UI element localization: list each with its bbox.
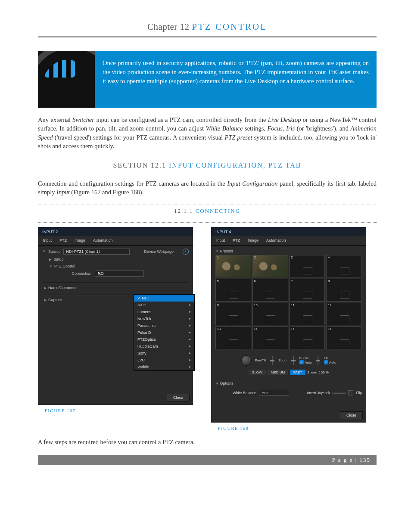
speed-fast-button[interactable]: FAST <box>290 370 305 375</box>
preset-slot[interactable]: 10 <box>252 303 288 325</box>
subsection-title: 12.1.1 CONNECTING <box>38 207 377 215</box>
figure-caption: FIGURE 168 <box>218 426 377 431</box>
intro-callout: Once primarily used in security applicat… <box>95 51 377 108</box>
speed-label: Speed <box>307 370 317 374</box>
dropdown-item-panasonic[interactable]: Panasonic▸ <box>134 322 194 329</box>
preset-slot[interactable]: 3 <box>290 255 325 277</box>
flip-checkbox[interactable] <box>348 390 353 395</box>
dropdown-item-ndi[interactable]: ✓ NDI <box>134 295 194 302</box>
preset-grid: 1 2 3 4 5 6 7 8 9 10 11 12 13 14 <box>215 255 362 349</box>
tab-automation[interactable]: Automation <box>93 238 113 243</box>
body-paragraph: A few steps are required before you can … <box>38 438 377 446</box>
iris-label: Iris <box>324 356 336 360</box>
focus-label: Focus <box>299 356 312 360</box>
tree-ptz-control[interactable]: ▼PTZ Control <box>42 263 189 270</box>
chapter-prefix: Chapter 12 <box>147 22 190 32</box>
body-paragraph: Connection and configuration settings fo… <box>38 179 377 197</box>
info-icon[interactable]: i <box>183 249 189 255</box>
zoom-label: Zoom <box>278 358 287 362</box>
tab-input[interactable]: Input <box>216 238 225 243</box>
preset-slot[interactable]: 14 <box>252 327 288 349</box>
tree-name-comment[interactable]: ▶Name/Comment <box>42 283 189 291</box>
white-balance-dropdown[interactable]: Auto <box>259 390 289 396</box>
white-balance-label: White Balance <box>233 391 256 395</box>
preset-slot[interactable]: 15 <box>290 327 325 349</box>
dropdown-item-sony[interactable]: Sony▸ <box>134 350 194 357</box>
flip-label: Flip <box>356 391 362 395</box>
chapter-thumbnail <box>38 51 95 108</box>
disclosure-icon[interactable]: ▼ <box>42 249 46 253</box>
connection-label: Connection <box>42 271 95 276</box>
tree-setup[interactable]: ▶Setup <box>42 256 189 263</box>
source-dropdown[interactable]: NDI-PTZ1 (Chan 1) <box>63 249 130 255</box>
presets-section[interactable]: ▼ Presets <box>215 247 362 255</box>
dropdown-item-axis[interactable]: AXIS▸ <box>134 302 194 308</box>
preset-slot[interactable]: 2 <box>252 255 288 277</box>
preset-slot[interactable]: 5 <box>215 279 251 301</box>
preset-slot[interactable]: 9 <box>215 303 251 325</box>
body-paragraph: Any external Switcher input can be confi… <box>38 115 377 150</box>
panel-tabs: Input PTZ Image Automation <box>211 236 366 245</box>
divider <box>38 172 377 172</box>
preset-slot[interactable]: 13 <box>215 327 251 349</box>
panel-tabs: Input PTZ Image Automation <box>38 236 193 245</box>
dropdown-item-newtek[interactable]: NewTek▸ <box>134 315 194 322</box>
dropdown-item-pelco-d[interactable]: Pelco D▸ <box>134 329 194 336</box>
tab-ptz[interactable]: PTZ <box>59 238 67 243</box>
connection-dropdown-menu: ✓ NDI AXIS▸ Lumens▸ NewTek▸ Panasonic▸ P… <box>134 294 195 371</box>
dropdown-item-jvc[interactable]: JVC▸ <box>134 357 194 364</box>
panel-title: INPUT 4 <box>211 227 366 236</box>
chapter-name: PTZ CONTROL <box>192 22 267 32</box>
preset-slot[interactable]: 6 <box>252 279 288 301</box>
speed-value: 100 % <box>319 370 329 374</box>
device-webpage-link[interactable]: Device Webpage <box>144 249 174 254</box>
dropdown-item-huddlecam[interactable]: HuddleCam▸ <box>134 343 194 350</box>
page-footer: P a g e | 135 <box>38 455 377 465</box>
iris-auto-checkbox[interactable]: ✓ <box>324 360 328 364</box>
section-title: SECTION 12.1 INPUT CONFIGURATION, PTZ TA… <box>38 162 377 169</box>
preset-slot[interactable]: 4 <box>326 255 362 277</box>
options-section[interactable]: ▼ Options <box>215 379 362 388</box>
preset-slot[interactable]: 8 <box>326 279 362 301</box>
dropdown-item-ptzoptics[interactable]: PTZOptics▸ <box>134 336 194 343</box>
preset-slot[interactable]: 12 <box>326 303 362 325</box>
focus-auto-checkbox[interactable]: ✓ <box>299 360 304 364</box>
tab-ptz[interactable]: PTZ <box>233 238 240 243</box>
figure-168-panel: INPUT 4 Input PTZ Image Automation ▼ Pre… <box>211 227 366 423</box>
divider <box>38 37 377 38</box>
section-name: INPUT CONFIGURATION, PTZ TAB <box>169 162 301 169</box>
pantilt-joystick[interactable] <box>241 355 252 366</box>
close-button[interactable]: Close <box>340 411 363 419</box>
tab-image[interactable]: Image <box>75 238 85 243</box>
connection-dropdown[interactable]: NDI <box>95 271 144 277</box>
divider-dotted <box>38 222 377 223</box>
section-prefix: SECTION 12.1 <box>113 162 166 169</box>
zoom-slider[interactable] <box>270 356 275 365</box>
preset-slot[interactable]: 7 <box>290 279 325 301</box>
dropdown-item-vaddio[interactable]: Vaddio▸ <box>134 364 194 370</box>
preset-slot[interactable]: 11 <box>290 303 325 325</box>
source-label: Source <box>48 249 61 254</box>
tab-image[interactable]: Image <box>248 238 258 243</box>
close-button[interactable]: Close <box>167 394 190 401</box>
invert-joystick-dropdown[interactable] <box>333 392 346 394</box>
figure-167-panel: INPUT 2 Input PTZ Image Automation ▼ Sou… <box>38 227 193 405</box>
pantilt-label: Pan/Tilt <box>255 358 267 362</box>
divider-dotted <box>38 205 377 205</box>
invert-joystick-label: Invert Joystick <box>307 391 330 395</box>
dropdown-item-lumens[interactable]: Lumens▸ <box>134 308 194 315</box>
tab-automation[interactable]: Automation <box>266 238 286 243</box>
preset-slot[interactable]: 16 <box>326 327 362 349</box>
panel-title: INPUT 2 <box>38 227 193 236</box>
divider <box>38 36 377 37</box>
figure-caption: FIGURE 167 <box>45 408 203 413</box>
chapter-title: Chapter 12 PTZ CONTROL <box>38 22 377 32</box>
cursor-icon: ↖ <box>97 271 101 276</box>
speed-medium-button[interactable]: MEDIUM <box>268 370 288 375</box>
preset-slot[interactable]: 1 <box>215 255 251 277</box>
iris-slider[interactable] <box>315 356 321 365</box>
focus-slider[interactable] <box>291 356 296 365</box>
tab-input[interactable]: Input <box>43 238 52 243</box>
speed-slow-button[interactable]: SLOW <box>249 370 266 375</box>
